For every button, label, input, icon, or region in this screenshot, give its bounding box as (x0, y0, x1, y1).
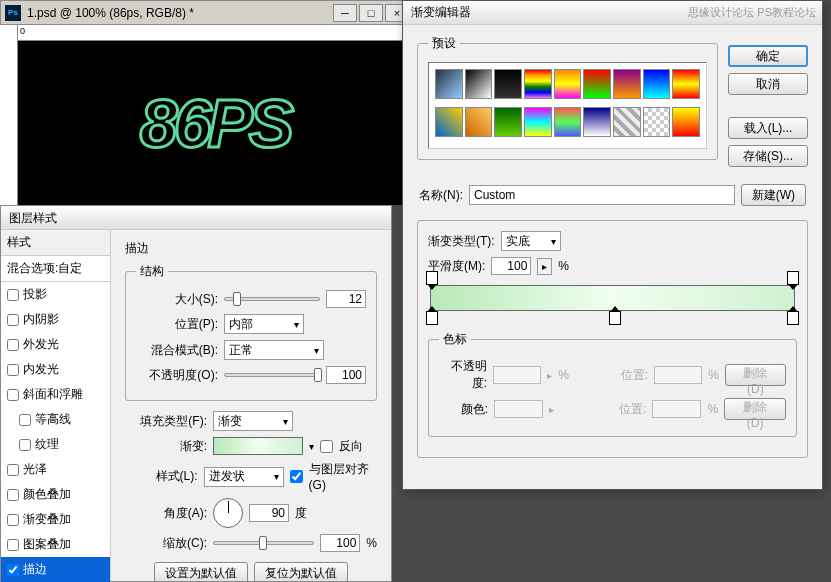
size-label: 大小(S): (136, 291, 218, 308)
opacity-label: 不透明度(O): (136, 367, 218, 384)
preset-swatch[interactable] (465, 69, 493, 99)
gradient-preview[interactable] (213, 437, 303, 455)
style-item-patternoverlay[interactable]: 图案叠加 (1, 532, 110, 557)
position-label: 位置: (597, 401, 646, 418)
stepper-disabled-icon: ▸ (549, 404, 554, 415)
opacity-input[interactable] (326, 366, 366, 384)
fill-type-label: 填充类型(F): (125, 413, 207, 430)
ok-button[interactable]: 确定 (728, 45, 808, 67)
gradient-bar[interactable] (430, 285, 795, 311)
preset-grid (428, 62, 707, 149)
position-label: 位置: (600, 367, 648, 384)
preset-swatch[interactable] (583, 69, 611, 99)
load-button[interactable]: 载入(L)... (728, 117, 808, 139)
set-default-button[interactable]: 设置为默认值 (154, 562, 248, 581)
size-input[interactable] (326, 290, 366, 308)
checkbox[interactable] (7, 514, 19, 526)
checkbox[interactable] (7, 339, 19, 351)
position-combo[interactable]: 内部 (224, 314, 304, 334)
preset-swatch[interactable] (672, 107, 700, 137)
gradient-label: 渐变: (125, 438, 207, 455)
style-item-stroke[interactable]: 描边 (1, 557, 110, 582)
scale-label: 缩放(C): (125, 535, 207, 552)
style-item-gradientoverlay[interactable]: 渐变叠加 (1, 507, 110, 532)
blend-combo[interactable]: 正常 (224, 340, 324, 360)
preset-swatch[interactable] (524, 107, 552, 137)
preset-swatch[interactable] (465, 107, 493, 137)
preset-swatch[interactable] (554, 69, 582, 99)
structure-legend: 结构 (136, 263, 168, 280)
reverse-checkbox[interactable] (320, 440, 333, 453)
angle-dial[interactable] (213, 498, 243, 528)
opacity-slider[interactable] (224, 373, 320, 377)
percent-label: % (558, 259, 569, 273)
window-buttons: ─ □ × (333, 4, 409, 22)
reset-default-button[interactable]: 复位为默认值 (254, 562, 348, 581)
angle-input[interactable] (249, 504, 289, 522)
preset-swatch[interactable] (643, 69, 671, 99)
cancel-button[interactable]: 取消 (728, 73, 808, 95)
gradient-editor-dialog: 渐变编辑器 思缘设计论坛 PS教程论坛 预设 (402, 0, 823, 490)
style-item-innershadow[interactable]: 内阴影 (1, 307, 110, 332)
preset-swatch[interactable] (494, 69, 522, 99)
canvas-text-86ps: 86PS (140, 84, 290, 162)
checkbox[interactable] (7, 389, 19, 401)
checkbox[interactable] (19, 439, 31, 451)
checkbox[interactable] (7, 289, 19, 301)
maximize-button[interactable]: □ (359, 4, 383, 22)
align-checkbox[interactable] (290, 470, 303, 483)
preset-swatch[interactable] (672, 69, 700, 99)
delete-opacity-button: 删除(D) (725, 364, 786, 386)
opacity-stop-input (493, 366, 541, 384)
checkbox[interactable] (19, 414, 31, 426)
ruler-horizontal (18, 25, 412, 41)
size-slider[interactable] (224, 297, 320, 301)
style-item-outerglow[interactable]: 外发光 (1, 332, 110, 357)
new-button[interactable]: 新建(W) (741, 184, 806, 206)
scale-slider[interactable] (213, 541, 314, 545)
checkbox[interactable] (7, 364, 19, 376)
smooth-input[interactable] (491, 257, 531, 275)
save-button[interactable]: 存储(S)... (728, 145, 808, 167)
document-canvas[interactable]: 86PS (18, 41, 412, 205)
dropdown-icon[interactable]: ▾ (309, 441, 314, 452)
checkbox[interactable] (7, 489, 19, 501)
preset-swatch[interactable] (583, 107, 611, 137)
opacity-stop[interactable] (787, 271, 799, 285)
stepper-icon[interactable]: ▸ (537, 258, 552, 275)
presets-fieldset: 预设 (417, 35, 718, 160)
color-stop[interactable] (609, 311, 621, 325)
gradient-editor-title[interactable]: 渐变编辑器 思缘设计论坛 PS教程论坛 (403, 1, 822, 25)
color-stop[interactable] (787, 311, 799, 325)
type-combo[interactable]: 实底 (501, 231, 561, 251)
blend-options-item[interactable]: 混合选项:自定 (1, 256, 110, 282)
document-window-titlebar: Ps 1.psd @ 100% (86ps, RGB/8) * ─ □ × (0, 0, 412, 25)
preset-swatch[interactable] (524, 69, 552, 99)
preset-swatch[interactable] (494, 107, 522, 137)
preset-swatch[interactable] (435, 107, 463, 137)
checkbox[interactable] (7, 564, 19, 576)
style-item-satin[interactable]: 光泽 (1, 457, 110, 482)
color-stop[interactable] (426, 311, 438, 325)
scale-input[interactable] (320, 534, 360, 552)
checkbox[interactable] (7, 314, 19, 326)
style-item-innerglow[interactable]: 内发光 (1, 357, 110, 382)
style-item-dropshadow[interactable]: 投影 (1, 282, 110, 307)
preset-swatch[interactable] (435, 69, 463, 99)
minimize-button[interactable]: ─ (333, 4, 357, 22)
style-item-bevel[interactable]: 斜面和浮雕 (1, 382, 110, 407)
checkbox[interactable] (7, 539, 19, 551)
preset-swatch[interactable] (613, 69, 641, 99)
checkbox[interactable] (7, 464, 19, 476)
structure-fieldset: 结构 大小(S): 位置(P): 内部 混合模式(B): 正常 不透明度(O): (125, 263, 377, 401)
style-item-contour[interactable]: 等高线 (1, 407, 110, 432)
opacity-stop[interactable] (426, 271, 438, 285)
fill-type-combo[interactable]: 渐变 (213, 411, 293, 431)
style-combo[interactable]: 迸发状 (204, 467, 284, 487)
name-input[interactable] (469, 185, 735, 205)
style-item-texture[interactable]: 纹理 (1, 432, 110, 457)
preset-swatch[interactable] (554, 107, 582, 137)
preset-swatch[interactable] (643, 107, 671, 137)
style-item-coloroverlay[interactable]: 颜色叠加 (1, 482, 110, 507)
preset-swatch[interactable] (613, 107, 641, 137)
